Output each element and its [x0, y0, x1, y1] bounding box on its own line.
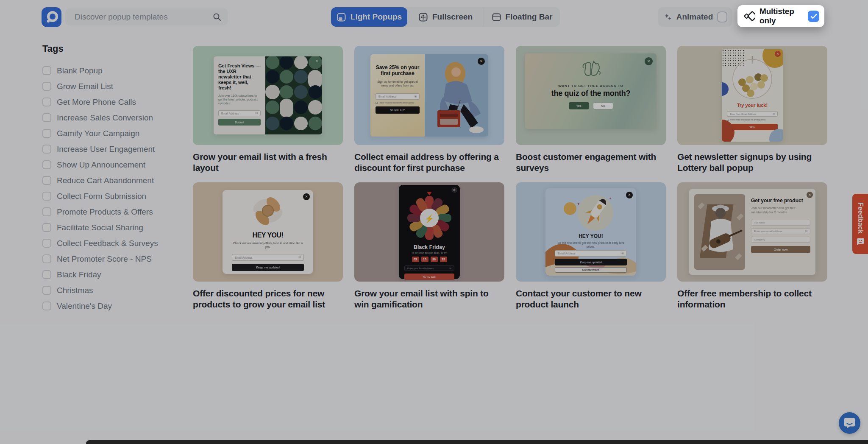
search-input[interactable]: [75, 12, 213, 22]
template-card[interactable]: Get your free product Join our newslette…: [677, 182, 827, 310]
tag-promote-products-offers[interactable]: Promote Products & Offers: [42, 204, 158, 220]
popup-signup-button: SIGN UP: [376, 106, 420, 114]
tag-checkbox[interactable]: [42, 254, 51, 263]
tag-checkbox[interactable]: [42, 207, 51, 216]
tag-reduce-cart-abandonment[interactable]: Reduce Cart Abandonment: [42, 173, 158, 188]
chat-launcher[interactable]: [839, 412, 860, 434]
template-card[interactable]: WANT TO GET FREE ACCESS TO the quiz of t…: [516, 46, 666, 173]
guitar-man-art: [694, 194, 745, 270]
tag-black-friday[interactable]: Black Friday: [42, 267, 158, 282]
tag-increase-sales-conversion[interactable]: Increase Sales Conversion: [42, 110, 158, 126]
tag-get-more-phone-calls[interactable]: Get More Phone Calls: [42, 94, 158, 110]
bottom-dark-bar: [86, 440, 868, 444]
tag-show-up-announcement[interactable]: Show Up Announcement: [42, 157, 158, 173]
tag-checkbox[interactable]: [42, 286, 51, 295]
popup-preview: ✦ ✦ HEY YOU! Be the first one to get the…: [545, 188, 636, 276]
close-icon: ×: [807, 192, 813, 198]
animated-filter[interactable]: Animated: [658, 7, 732, 27]
search-icon[interactable]: [213, 13, 221, 21]
tag-net-promoter-score[interactable]: Net Promoter Score - NPS: [42, 251, 158, 267]
bolt-icon: ⚡: [425, 214, 434, 223]
countdown-box: 36: [431, 257, 438, 262]
template-card[interactable]: Get Fresh Views — the UXR newsletter tha…: [193, 46, 343, 173]
card-title: Contact your customer to new product lau…: [516, 288, 666, 310]
card-thumbnail[interactable]: HEY YOU! Check out our amazing offers, t…: [193, 182, 343, 282]
close-icon: ×: [313, 57, 320, 64]
card-thumbnail[interactable]: Get Fresh Views — the UXR newsletter tha…: [193, 46, 343, 145]
template-card[interactable]: ⚡ Black Friday To get your coupon code, …: [354, 182, 504, 310]
tag-checkbox[interactable]: [42, 302, 51, 310]
template-card[interactable]: Try your luck! Enter Your Email Address✉…: [677, 46, 827, 173]
tag-increase-user-engagement[interactable]: Increase User Engagement: [42, 141, 158, 157]
tag-checkbox[interactable]: [42, 129, 51, 138]
tag-christmas[interactable]: Christmas: [42, 282, 158, 298]
tag-valentines-day[interactable]: Valentine's Day: [42, 298, 158, 314]
tab-fullscreen[interactable]: Fullscreen: [407, 7, 484, 27]
multistep-checkbox[interactable]: [808, 11, 819, 22]
tag-checkbox[interactable]: [42, 176, 51, 185]
tag-checkbox[interactable]: [42, 192, 51, 201]
card-thumbnail[interactable]: Try your luck! Enter Your Email Address✉…: [677, 46, 827, 145]
tag-facilitate-social-sharing[interactable]: Facilitate Social Sharing: [42, 220, 158, 235]
tag-blank-popup[interactable]: Blank Popup: [42, 63, 158, 78]
consent-checkbox: [376, 102, 378, 104]
feedback-tab[interactable]: Feedback: [852, 194, 868, 254]
card-thumbnail[interactable]: ✦ ✦ HEY YOU! Be the first one to get the…: [516, 182, 666, 282]
tag-checkbox[interactable]: [42, 98, 51, 106]
tag-checkbox[interactable]: [42, 82, 51, 91]
tags-heading: Tags: [42, 43, 64, 54]
tag-label: Collect Form Submission: [57, 192, 146, 201]
tab-label: Fullscreen: [432, 12, 473, 22]
fullscreen-icon: [418, 12, 428, 22]
popup-preview: Get your free product Join our newslette…: [689, 189, 815, 275]
card-title: Collect email address by offering a disc…: [354, 151, 504, 173]
animated-checkbox[interactable]: [717, 11, 727, 22]
tag-checkbox[interactable]: [42, 270, 51, 279]
card-thumbnail[interactable]: Get your free product Join our newslette…: [677, 182, 827, 282]
tag-checkbox[interactable]: [42, 113, 51, 122]
popupsmart-logo[interactable]: [42, 7, 61, 27]
card-thumbnail[interactable]: ⚡ Black Friday To get your coupon code, …: [354, 182, 504, 282]
close-icon: ×: [645, 57, 653, 65]
popup-heading: Save 25% on your first purchase: [376, 64, 420, 76]
tag-collect-form-submission[interactable]: Collect Form Submission: [42, 188, 158, 204]
popup-heading: the quiz of the month?: [525, 89, 657, 98]
tab-label: Light Popups: [351, 12, 402, 22]
popup-body: Join our newsletter and get free members…: [751, 206, 810, 215]
tag-label: Increase Sales Conversion: [57, 113, 153, 123]
popup-submit-button: Submit: [218, 119, 261, 126]
popup-preview: Get Fresh Views — the UXR newsletter tha…: [214, 56, 322, 134]
sparkles-icon: [664, 12, 672, 22]
popup-secondary-button: Not interested: [555, 267, 627, 273]
card-thumbnail[interactable]: Save 25% on your first purchase Sign up …: [354, 46, 504, 145]
tag-collect-feedback-surveys[interactable]: Collect Feedback & Surveys: [42, 235, 158, 251]
countdown-box: 15: [440, 257, 447, 262]
multistep-only-filter[interactable]: Multistep only: [737, 5, 824, 27]
popup-email-input: Email Address✉: [376, 93, 420, 100]
star-icon: ✦: [609, 197, 612, 200]
close-icon: ×: [775, 51, 781, 57]
tab-floating-bar[interactable]: Floating Bar: [484, 7, 560, 27]
card-title: Get newsletter signups by using Lottery …: [677, 151, 827, 173]
yes-button: Yes: [569, 102, 589, 109]
tag-checkbox[interactable]: [42, 66, 51, 75]
tag-gamify-your-campaign[interactable]: Gamify Your Campaign: [42, 126, 158, 141]
tag-label: Net Promoter Score - NPS: [57, 254, 152, 264]
tag-checkbox[interactable]: [42, 145, 51, 154]
popup-heading: HEY YOU!: [223, 232, 313, 239]
tag-checkbox[interactable]: [42, 239, 51, 248]
tag-checkbox[interactable]: [42, 160, 51, 169]
template-card[interactable]: HEY YOU! Check out our amazing offers, t…: [193, 182, 343, 310]
template-card[interactable]: ✦ ✦ HEY YOU! Be the first one to get the…: [516, 182, 666, 310]
light-popup-icon: [337, 12, 346, 22]
popup-heading: Try your luck!: [722, 103, 783, 108]
tag-grow-email-list[interactable]: Grow Email List: [42, 78, 158, 94]
popup-preview: ⚡ Black Friday To get your coupon code, …: [399, 185, 460, 279]
popup-eyebrow: WANT TO GET FREE ACCESS TO: [525, 84, 657, 88]
tab-light-popups[interactable]: Light Popups: [331, 7, 407, 27]
tags-list: Blank Popup Grow Email List Get More Pho…: [42, 63, 158, 314]
search-bar[interactable]: [65, 8, 228, 25]
template-card[interactable]: Save 25% on your first purchase Sign up …: [354, 46, 504, 173]
card-thumbnail[interactable]: WANT TO GET FREE ACCESS TO the quiz of t…: [516, 46, 666, 145]
tag-checkbox[interactable]: [42, 223, 51, 232]
